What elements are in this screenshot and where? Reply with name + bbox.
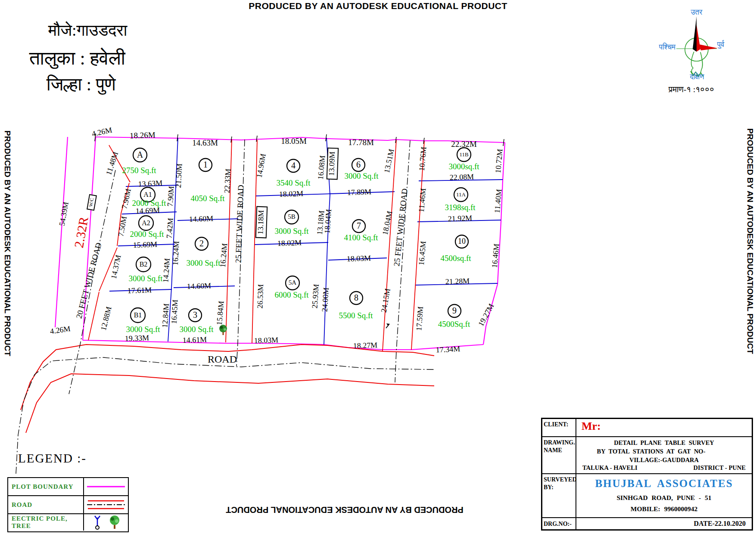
- dimension-label: 18.02M: [279, 189, 303, 199]
- plot-area-label: 3198sq.ft: [445, 203, 476, 212]
- plot-area-label: 6000 Sq.ft: [274, 290, 309, 299]
- plot-id-label: 5B: [288, 213, 296, 220]
- dimension-label: 17.59M: [414, 306, 425, 331]
- legend-row-plot-boundary: PLOT BOUNDARY: [8, 478, 128, 496]
- dimension-label: 18.03M: [254, 335, 278, 345]
- dimension-label: 24.15M: [379, 288, 392, 313]
- dimension-label: 19.27M: [476, 302, 495, 327]
- dimension-label: 4.26M: [50, 324, 71, 335]
- dimension-label: 16.46M: [490, 243, 501, 268]
- plot-id-label: 8: [354, 293, 358, 302]
- dimension-label: 7.96M: [120, 188, 132, 210]
- drawing-line: VILLAGE:-GAUDDARA: [576, 456, 752, 464]
- plot-boundary-line-symbol: [84, 478, 128, 495]
- plot-id-label: 10: [458, 237, 466, 245]
- dimension-label: 10.76M: [417, 146, 428, 171]
- dimension-label: 13.18M: [256, 210, 265, 234]
- compass-scale-label: प्रमाण-१ :१०००: [668, 85, 714, 94]
- dimension-label: 18.04M: [381, 210, 394, 236]
- legend-label: EECTRIC POLE, TREE: [8, 514, 84, 531]
- surveyed-label-line1: SURVEYED: [544, 476, 574, 484]
- surveyor-name: BHUJBAL ASSOCIATES: [576, 474, 752, 490]
- compass-needle-north: [693, 16, 697, 52]
- tree-icon: [220, 326, 223, 329]
- dimension-label: 17.61M: [127, 286, 152, 295]
- plot-area-label: 3000 Sq.ft: [344, 171, 379, 180]
- plot-area-label: 2000 Sq.ft: [130, 230, 164, 239]
- client-row: CLIENT: Mr:: [542, 419, 752, 437]
- road-lines-symbol: [84, 496, 128, 513]
- dimension-label: 12.84M: [160, 303, 171, 328]
- dimension-label: 7.42M: [165, 217, 174, 239]
- electric-pole-icon: [91, 515, 104, 530]
- dimension-label: 25 FEET WIDE ROAD: [233, 185, 245, 263]
- dimension-label: 11.48M: [104, 151, 120, 176]
- pole-and-tree-symbol: [84, 514, 128, 531]
- drg-no-label: DRG.NO:-: [542, 518, 576, 530]
- dimension-label: 20 FEET WIDE ROAD: [74, 242, 103, 320]
- surveyed-by-label: SURVEYED BY:: [542, 474, 576, 517]
- date-cell: DATE-22.10.2020: [576, 518, 752, 530]
- dimension-label: 16.45M: [170, 299, 180, 324]
- dimension-label: 18.03M: [346, 254, 371, 263]
- drg-no-row: DRG.NO:- DATE-22.10.2020: [542, 518, 752, 530]
- plot-id-label: 9: [452, 306, 457, 315]
- surveyor-mobile: MOBILE: 9960000942: [576, 502, 752, 513]
- compass-west-label: पश्चिम: [659, 43, 676, 51]
- dimension-label: 13.63M: [138, 179, 162, 189]
- dimension-label: 22.08M: [449, 172, 474, 182]
- plot-area-label: 3000 Sq.ft: [128, 274, 163, 283]
- survey-drawing-sheet: PRODUCED BY AN AUTODESK EDUCATIONAL PROD…: [0, 0, 756, 534]
- plot-id-label: 4: [291, 161, 296, 170]
- plot-area-label: 3000 Sq.ft: [179, 325, 214, 334]
- plot-area-label: 3000 Sq.ft: [126, 325, 160, 334]
- dimension-label: 18.04M: [323, 209, 333, 234]
- plot-area-label: 3000 Sq.ft: [274, 227, 309, 236]
- dimension-label: 26.53M: [255, 284, 265, 308]
- dimension-label: 13.51M: [383, 148, 396, 174]
- dimension-label: 25.93M: [310, 284, 320, 309]
- legend-title: LEGEND :-: [18, 451, 87, 466]
- plot-area-label: 5500 Sq.ft: [339, 311, 373, 320]
- road-edge-line: [88, 292, 99, 340]
- plot-area-label: 4500sq.ft: [440, 254, 471, 263]
- drawing-line: BY TOTAL STATIONS AT GAT NO-: [551, 447, 752, 456]
- dimension-label: 54.39M: [57, 201, 70, 227]
- dimension-label: 14.60M: [187, 281, 211, 291]
- road-edge-line: [26, 374, 434, 433]
- plot-id-label: 2: [199, 239, 204, 248]
- legend-row-road: ROAD: [8, 496, 128, 514]
- drawing-label-line1: DRAWING.: [544, 439, 574, 447]
- dimension-label: 13.09M: [327, 151, 336, 176]
- plot-id-label: A: [137, 150, 143, 159]
- plot-area-label: 3540 Sq.ft: [276, 178, 311, 187]
- tree-icon: [108, 515, 121, 530]
- dimension-label: 17.89M: [347, 187, 371, 197]
- plot-area-label: 4500Sq.ft: [438, 320, 470, 329]
- plot-id-label: 7: [357, 221, 361, 230]
- taluka-value: TALUKA - HAVELI: [582, 464, 638, 472]
- plot-area-label: 2000 Sq.ft: [132, 199, 166, 208]
- dimension-label: 7.50M: [116, 216, 128, 237]
- dimension-label: ROAD: [208, 354, 237, 365]
- plot-area-label: 4100 Sq.ft: [344, 233, 378, 242]
- drawing-line: TALUKA - HAVELI DISTRICT - PUNE: [576, 464, 752, 472]
- dimension-label: 2.32R: [72, 216, 91, 249]
- plot-id-label: 1: [203, 160, 208, 169]
- dimension-label: 16.08M: [316, 155, 327, 180]
- dimension-label: 18.02M: [277, 238, 302, 248]
- dimension-label: 14.63M: [192, 138, 218, 147]
- plot-area-label: 2750 Sq.ft: [122, 166, 156, 175]
- dimension-label: 17.34M: [436, 345, 460, 354]
- surveyed-by-row: SURVEYED BY: BHUJBAL ASSOCIATES SINHGAD …: [542, 474, 752, 518]
- plot-id-label: 11B: [459, 151, 469, 158]
- tree-icon: [224, 328, 226, 331]
- dimension-label: 18.05M: [281, 137, 307, 146]
- dimension-label: 16.45M: [417, 241, 428, 266]
- dimension-label: 11.46M: [417, 188, 428, 212]
- dimension-label: 21.50M: [174, 163, 184, 188]
- tree-icon: [223, 332, 224, 335]
- plot-id-label: A2: [142, 219, 150, 227]
- dimension-label: 24.00M: [320, 287, 330, 312]
- compass-hand: [691, 52, 703, 75]
